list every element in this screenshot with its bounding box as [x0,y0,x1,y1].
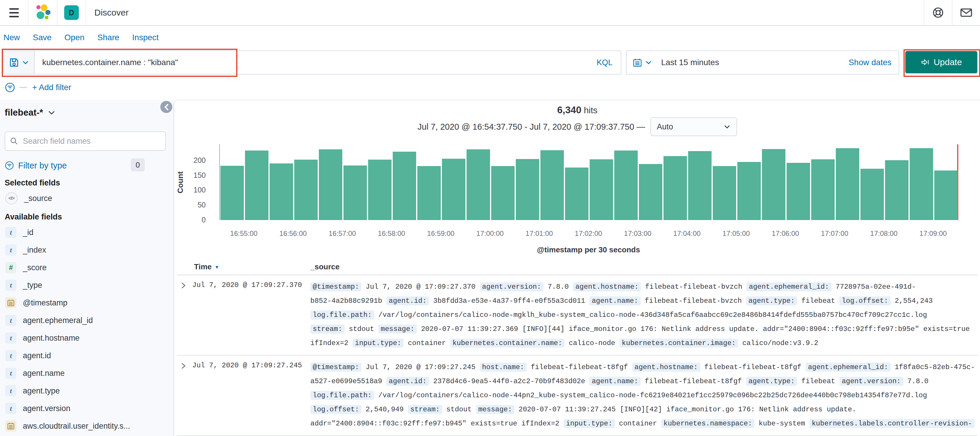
field-name-pill: agent.hostname: [573,282,641,291]
query-input[interactable]: kubernetes.container.name : "kibana" [35,58,589,67]
filter-by-type-button[interactable]: Filter by type [18,161,67,171]
field-item-@timestamp[interactable]: @timestamp [0,294,173,311]
field-name-pill: stream: [408,405,442,414]
histogram-bar[interactable] [294,160,318,220]
histogram-bar[interactable] [614,150,638,220]
field-name-pill: log.file.path: [310,310,374,319]
histogram-bar[interactable] [688,151,711,220]
histogram-bar[interactable] [491,166,515,220]
histogram-bar[interactable] [344,166,367,220]
histogram-bar[interactable] [787,163,810,220]
toolbar-share-button[interactable]: Share [97,33,119,42]
field-item-agent.type[interactable]: tagent.type [0,382,173,399]
number-field-icon: # [5,262,16,273]
field-value-text: calico-node [565,339,619,347]
histogram-bar[interactable] [220,166,244,220]
filter-pin-dash [19,87,27,88]
histogram-plot[interactable] [219,144,958,220]
histogram-bar[interactable] [417,166,441,220]
help-icon[interactable] [924,0,952,25]
field-item-azure.auditlogs.properties.ac...[interactable]: azure.auditlogs.properties.ac... [0,435,173,436]
time-column-header[interactable]: Time▼ [194,262,219,272]
histogram-bar[interactable] [836,148,859,220]
histogram-bar[interactable] [590,159,613,220]
histogram-bar[interactable] [861,169,884,220]
toolbar-new-button[interactable]: New [3,33,20,42]
histogram-bar[interactable] [910,148,933,220]
expand-row-icon[interactable] [180,362,186,370]
row-timestamp: Jul 7, 2020 @ 17:09:27.370 [192,281,302,289]
field-item-agent.version[interactable]: tagent.version [0,399,173,417]
field-value-text: /var/log/containers/calico-node-44pn2_ku… [374,391,927,399]
field-name-pill: agent.version: [839,377,903,386]
histogram-bar[interactable] [762,149,785,220]
field-item-_type[interactable]: t_type [0,276,173,294]
update-button[interactable]: Update [905,51,977,73]
field-name-pill: host.name: [480,363,527,372]
space-badge[interactable]: D [64,5,79,20]
string-field-icon: t [5,332,16,343]
add-filter-button[interactable]: + Add filter [32,83,71,92]
histogram-bar[interactable] [245,150,269,220]
field-item-agent.ephemeral_id[interactable]: tagent.ephemeral_id [0,311,173,329]
filter-menu-icon[interactable] [5,82,15,93]
histogram-bar[interactable] [565,168,589,220]
histogram-bar[interactable] [540,150,564,220]
sort-descending-icon[interactable]: ▼ [215,265,219,270]
field-item-_index[interactable]: t_index [0,241,173,259]
chevron-down-icon [645,60,652,65]
query-bar[interactable]: kubernetes.container.name : "kibana" KQL [3,51,621,75]
query-language-button[interactable]: KQL [589,58,621,67]
histogram-bar[interactable] [934,171,958,220]
histogram-bar[interactable] [639,164,662,220]
date-picker-menu-button[interactable] [627,57,657,67]
histogram-bar[interactable] [442,159,465,220]
row-timestamp: Jul 7, 2020 @ 17:09:27.245 [192,361,302,369]
histogram-bar[interactable] [811,159,835,220]
field-item-_id[interactable]: t_id [0,224,173,241]
toolbar-inspect-button[interactable]: Inspect [132,33,159,42]
field-item-_score[interactable]: #_score [0,259,173,276]
y-axis-title: Count [172,144,189,220]
show-dates-button[interactable]: Show dates [849,58,899,67]
index-pattern-selector[interactable]: filebeat-* [0,100,173,118]
field-item-agent.hostname[interactable]: tagent.hostname [0,329,173,347]
histogram-bar[interactable] [885,160,908,220]
toolbar-open-button[interactable]: Open [64,33,85,42]
elastic-logo[interactable] [29,5,57,21]
field-item-aws.cloudtrail.user_identity.s...[interactable]: aws.cloudtrail.user_identity.s... [0,417,173,435]
field-name-pill: input.type: [353,339,404,348]
field-name: agent.hostname [23,334,80,343]
time-range-value[interactable]: Last 15 minutes [661,58,849,67]
fields-sidebar: filebeat-* Filter by type 0 Selected fie… [0,100,173,436]
histogram-bar[interactable] [516,159,539,220]
field-item-agent.id[interactable]: tagent.id [0,347,173,364]
histogram-bar[interactable] [393,152,416,220]
histogram-bar[interactable] [713,166,736,220]
x-tick-17:04:00: 17:04:00 [660,230,713,238]
field-item-agent.name[interactable]: tagent.name [0,364,173,382]
histogram-bar[interactable] [737,162,761,220]
field-value-text: filebeat-filebeat-t8fgf [700,363,806,371]
interval-select[interactable]: Auto [650,117,737,136]
string-field-icon: t [5,227,16,238]
histogram-bar[interactable] [368,160,391,220]
histogram-bar[interactable] [270,163,293,220]
field-item-_source[interactable]: </>_source [0,190,173,207]
mail-icon[interactable] [953,0,980,25]
histogram-bar[interactable] [466,149,490,220]
field-value-text: stdout [442,406,476,414]
expand-row-icon[interactable] [180,282,186,289]
menu-icon[interactable] [0,0,28,25]
collapse-sidebar-button[interactable] [160,101,172,113]
histogram-bar[interactable] [319,149,342,220]
chevron-left-icon [164,104,169,110]
field-value-text: 7.8.0 [903,377,928,385]
time-range-row: Jul 7, 2020 @ 16:54:37.750 - Jul 7, 2020… [174,117,980,136]
field-name: agent.version [23,404,70,413]
histogram-bar[interactable] [663,156,687,220]
x-tick-17:03:00: 17:03:00 [611,230,664,238]
toolbar-save-button[interactable]: Save [33,33,52,42]
saved-query-menu-button[interactable] [3,51,35,74]
field-search-input[interactable] [22,136,161,146]
